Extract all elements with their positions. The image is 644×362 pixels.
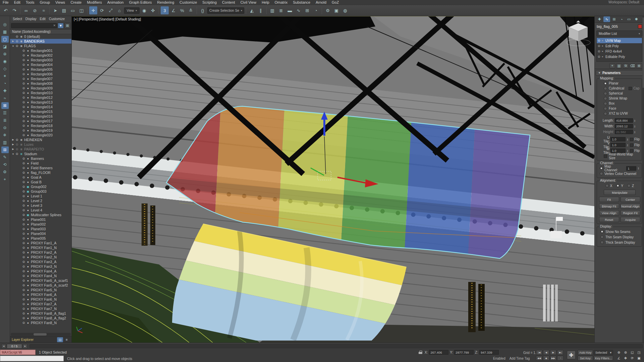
axis-option[interactable]: Y <box>616 184 623 188</box>
visibility-eye-icon[interactable]: ⊙ <box>21 321 26 324</box>
visibility-eye-icon[interactable]: ⊙ <box>15 40 19 43</box>
scene-tree-row[interactable]: ▶ ⊙ ≣ Luzes <box>10 142 71 147</box>
modifier-eye-icon[interactable]: ⊙ <box>598 50 602 53</box>
modifier-stack-row[interactable]: ⊙ ▸ Editable Poly <box>597 54 642 59</box>
y-coordinate-field[interactable]: 2877.799 <box>454 350 474 355</box>
scene-tree-row[interactable]: ⊙ ● Plane005 <box>10 236 71 241</box>
go-to-start-button[interactable]: |◀ <box>536 350 542 355</box>
scene-tree-row[interactable]: ⊙ ● Rectangle003 <box>10 58 71 62</box>
scene-tree-row[interactable]: ⊙ ● Plane004 <box>10 231 71 236</box>
modifier-eye-icon[interactable]: ⊙ <box>598 44 602 48</box>
mapping-option[interactable]: XYZ to UVW <box>599 111 640 116</box>
map-channel-spinner[interactable]: 1 <box>626 166 636 171</box>
scene-tree-row[interactable]: ⊙ ● PROXY Fan4_N <box>10 274 71 278</box>
spinner-arrows[interactable]: ▲▼ <box>627 149 629 152</box>
name-column-header[interactable]: Name (Sorted Ascending) <box>10 29 71 34</box>
scene-tree-row[interactable]: ▶ ⊙ ≣ HEINEKEN <box>10 137 71 142</box>
render-production-icon[interactable]: ◍ <box>341 6 349 14</box>
perspective-viewport[interactable]: [+] [Perspective] [Standard] [Default Sh… <box>72 16 594 343</box>
visibility-eye-icon[interactable]: ⊙ <box>21 133 26 137</box>
radio-icon[interactable] <box>600 230 604 233</box>
align-icon[interactable]: ∥ <box>257 6 265 14</box>
mapping-option[interactable]: Box <box>599 101 640 106</box>
menu-item[interactable]: Scripting <box>200 0 219 5</box>
radio-icon[interactable] <box>600 167 603 170</box>
add-time-tag[interactable]: Add Time Tag <box>509 357 530 360</box>
visibility-eye-icon[interactable]: ⊙ <box>15 35 19 38</box>
visibility-eye-icon[interactable]: ⊙ <box>21 302 26 306</box>
rollout-header[interactable]: ▼ Parameters <box>596 70 643 76</box>
motion-tab-icon[interactable]: ◔ <box>618 16 625 22</box>
visibility-eye-icon[interactable]: ⊙ <box>21 316 26 320</box>
menu-item[interactable]: Tools <box>23 0 37 5</box>
horizontal-scrollbar[interactable] <box>11 333 71 336</box>
maximize-viewport-icon[interactable]: ▣ <box>636 356 642 361</box>
alignment-button[interactable]: Bitmap Fit <box>599 203 619 209</box>
scene-tree-row[interactable]: ⊙ ● PROXY Fan8_N <box>10 320 71 325</box>
radio-icon[interactable] <box>604 112 607 115</box>
scene-tree-row[interactable]: ⊙ ● Rectangle010 <box>10 90 71 95</box>
scene-tree-row[interactable]: ⊙ ● Goal A <box>10 175 71 180</box>
axis-option[interactable]: X <box>605 184 612 188</box>
key-mode-button[interactable]: ◆ <box>543 356 549 361</box>
scene-tree-row[interactable]: ⊙ ● Banners <box>10 156 71 161</box>
redo-icon[interactable]: ↷ <box>10 6 18 14</box>
alignment-button[interactable]: View Align <box>599 210 619 216</box>
flip-checkbox[interactable] <box>630 149 633 153</box>
scene-tree-row[interactable]: ▼ ⊙ ≣ Stadium <box>10 152 71 156</box>
show-all-icon[interactable]: ☰ <box>1 110 9 116</box>
z-coordinate-field[interactable]: 947.339 <box>479 350 499 355</box>
visibility-eye-icon[interactable]: ⊙ <box>15 138 19 141</box>
dimension-spinner[interactable]: 21.582 <box>615 130 633 134</box>
visibility-eye-icon[interactable]: ⊙ <box>21 157 26 160</box>
radio-icon[interactable] <box>600 172 603 175</box>
explorer-menu-item[interactable]: Display <box>24 17 38 21</box>
select-by-name-icon[interactable]: ▤ <box>60 6 68 14</box>
scene-tree-row[interactable]: ⊙ ● Level 1 <box>10 194 71 198</box>
toggle-scene-explorer-icon[interactable]: ▥ <box>268 6 276 14</box>
scene-tree-row[interactable]: ⊙ ● PROXY Fan8_A_flag2 <box>10 316 71 320</box>
scene-tree-row[interactable]: ⊙ ● Rectangle019 <box>10 128 71 133</box>
edit-named-selection-sets-icon[interactable]: {} <box>199 6 207 14</box>
scene-tree-row[interactable]: ⊙ ▣ Group003 <box>10 189 71 194</box>
visibility-eye-icon[interactable]: ⊙ <box>15 147 19 151</box>
flip-checkbox[interactable] <box>630 138 633 141</box>
scene-tree-row[interactable]: ▼ ⊙ ≣ FLAGS <box>10 44 71 48</box>
make-unique-icon[interactable]: ⧉ <box>623 63 629 68</box>
scene-tree-row[interactable]: ⊙ ● Level 4 <box>10 208 71 213</box>
scene-tree-row[interactable]: ⊙ ● Plane001 <box>10 217 71 222</box>
visibility-eye-icon[interactable]: ⊙ <box>21 204 26 207</box>
hide-icon[interactable]: ⊖ <box>1 124 9 131</box>
display-geometry-icon[interactable]: ◉ <box>1 58 9 65</box>
hierarchy-tab-icon[interactable]: ⊞ <box>611 16 618 22</box>
named-selection-sets-dropdown[interactable]: Create Selection Se▾ <box>207 7 244 14</box>
visibility-eye-icon[interactable]: ⊙ <box>21 176 26 179</box>
tile-spinner[interactable]: 1.0 <box>610 137 626 141</box>
visibility-eye-icon[interactable]: ⊙ <box>21 171 26 174</box>
play-button[interactable]: ▶ <box>550 350 556 355</box>
scene-tree-row[interactable]: ⊙ ● Rectangle008 <box>10 81 71 86</box>
workspace-selector[interactable]: Workspaces: Default <box>608 0 643 4</box>
menu-item[interactable]: File <box>0 0 11 5</box>
zoom-icon[interactable]: ⊕ <box>616 350 622 355</box>
set-key-button[interactable]: Set Key <box>578 356 593 361</box>
radio-icon[interactable] <box>616 184 620 187</box>
expand-arrow-icon[interactable]: ▼ <box>11 45 15 47</box>
curve-editor-icon[interactable]: ∿ <box>294 6 303 14</box>
visibility-eye-icon[interactable]: ⊙ <box>15 152 19 156</box>
pin-explorer-icon[interactable]: ⌖ <box>1 176 9 183</box>
visibility-eye-icon[interactable]: ⊙ <box>21 91 26 95</box>
scene-tree-row[interactable]: ⊙ ● PROXY Fan5_A_scarf1 <box>10 278 71 283</box>
radio-icon[interactable] <box>604 107 607 110</box>
toggle-ribbon-icon[interactable]: ▬ <box>286 6 294 14</box>
layer-icon[interactable]: ▥ <box>1 139 9 146</box>
real-world-checkbox[interactable] <box>604 155 607 158</box>
scene-tree-row[interactable]: ⊙ ● Field <box>10 161 71 166</box>
object-color-swatch[interactable] <box>638 24 642 28</box>
visibility-eye-icon[interactable]: ⊙ <box>21 223 26 226</box>
visibility-eye-icon[interactable]: ⊙ <box>21 288 26 292</box>
scene-tree-row[interactable]: ⊙ ● Rectangle016 <box>10 114 71 119</box>
alignment-button[interactable]: Acquire <box>621 217 641 222</box>
menu-item[interactable]: Animation <box>105 0 126 5</box>
display-cameras-icon[interactable]: ◔ <box>1 80 9 87</box>
